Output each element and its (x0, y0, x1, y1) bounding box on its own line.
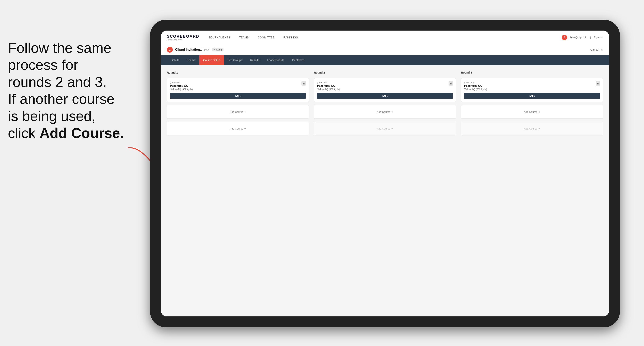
round-2-course-detail: Yellow (M) (6629 yds) (317, 88, 340, 91)
round-3-add-course-2: Add Course+ (461, 122, 603, 136)
round-2-add-course-1[interactable]: Add Course+ (314, 105, 456, 119)
round-3-edit-button[interactable]: Edit (464, 93, 600, 99)
sign-out-link[interactable]: Sign out (594, 36, 603, 39)
round-1-course-info: (Course A) Peachtree GC Yellow (M) (6629… (170, 81, 193, 91)
round-3-label: Round 3 (461, 71, 603, 74)
instruction-text: Follow the same process for rounds 2 and… (0, 31, 138, 150)
round-2-card-header: (Course A) Peachtree GC Yellow (M) (6629… (317, 81, 453, 91)
round-1-label: Round 1 (167, 71, 309, 74)
nav-links: TOURNAMENTS TEAMS COMMITTEE RANKINGS (207, 35, 562, 40)
round-2-course-name: Peachtree GC (317, 84, 340, 87)
rounds-grid: Round 1 (Course A) Peachtree GC Yellow (… (167, 71, 603, 136)
round-2-column: Round 2 (Course A) Peachtree GC Yellow (… (314, 71, 456, 136)
sub-header: C Clippd Invitational (Men) Hosting Canc… (161, 44, 609, 55)
tablet-screen: SCOREBOARD Powered by clippd TOURNAMENTS… (161, 30, 609, 317)
nav-committee[interactable]: COMMITTEE (256, 35, 276, 40)
round-3-course-info: (Course A) Peachtree GC Yellow (M) (6629… (464, 81, 487, 91)
round-3-course-detail: Yellow (M) (6629 yds) (464, 88, 487, 91)
top-nav: SCOREBOARD Powered by clippd TOURNAMENTS… (161, 30, 609, 44)
round-1-edit-button[interactable]: Edit (170, 93, 306, 99)
tablet-frame: SCOREBOARD Powered by clippd TOURNAMENTS… (150, 20, 620, 327)
round-1-add-course-2-label: Add Course+ (230, 127, 246, 130)
tab-teams[interactable]: Teams (183, 55, 199, 65)
hosting-badge: Hosting (212, 48, 224, 51)
tournament-logo-icon: C (167, 47, 173, 53)
round-2-add-course-2-label: Add Course+ (377, 127, 393, 130)
tournament-name: Clippd Invitational (175, 48, 202, 51)
cancel-x-icon: ✕ (601, 48, 603, 51)
tab-details[interactable]: Details (167, 55, 183, 65)
tab-printables[interactable]: Printables (288, 55, 308, 65)
round-3-course-label: (Course A) (464, 81, 487, 84)
tab-tee-groups[interactable]: Tee Groups (224, 55, 246, 65)
round-1-add-course-2[interactable]: Add Course+ (167, 122, 309, 136)
tab-bar: Details Teams Course Setup Tee Groups Re… (161, 55, 609, 65)
separator: | (590, 36, 591, 39)
user-email: blair@clippd.io (570, 36, 587, 39)
app-logo-sub: Powered by clippd (167, 39, 199, 41)
round-2-add-course-2: Add Course+ (314, 122, 456, 136)
user-avatar: B (562, 35, 567, 40)
cancel-button[interactable]: Cancel ✕ (590, 48, 603, 51)
round-3-add-course-2-label: Add Course+ (524, 127, 540, 130)
round-1-course-label: (Course A) (170, 81, 193, 84)
round-3-add-course-1-label: Add Course+ (524, 110, 540, 114)
round-2-course-label: (Course A) (317, 81, 340, 84)
logo-area: SCOREBOARD Powered by clippd (167, 34, 199, 41)
nav-rankings[interactable]: RANKINGS (282, 35, 300, 40)
tournament-type: (Men) (204, 48, 210, 51)
round-3-delete-button[interactable]: ⊟ (596, 81, 600, 86)
nav-teams[interactable]: TEAMS (238, 35, 250, 40)
round-1-card-header: (Course A) Peachtree GC Yellow (M) (6629… (170, 81, 306, 91)
round-2-course-info: (Course A) Peachtree GC Yellow (M) (6629… (317, 81, 340, 91)
nav-tournaments[interactable]: TOURNAMENTS (207, 35, 232, 40)
round-3-column: Round 3 (Course A) Peachtree GC Yellow (… (461, 71, 603, 136)
tab-results[interactable]: Results (246, 55, 263, 65)
round-1-course-card: (Course A) Peachtree GC Yellow (M) (6629… (167, 78, 309, 102)
round-2-edit-button[interactable]: Edit (317, 93, 453, 99)
round-2-delete-button[interactable]: ⊟ (448, 81, 453, 86)
round-1-delete-button[interactable]: ⊟ (302, 81, 306, 86)
round-3-course-card: (Course A) Peachtree GC Yellow (M) (6629… (461, 78, 603, 102)
main-content: Round 1 (Course A) Peachtree GC Yellow (… (161, 65, 609, 317)
round-1-course-name: Peachtree GC (170, 84, 193, 87)
round-2-course-card: (Course A) Peachtree GC Yellow (M) (6629… (314, 78, 456, 102)
round-1-course-detail: Yellow (M) (6629 yds) (170, 88, 193, 91)
round-3-add-course-1[interactable]: Add Course+ (461, 105, 603, 119)
app-logo: SCOREBOARD (167, 34, 199, 39)
nav-right: B blair@clippd.io | Sign out (562, 35, 603, 40)
round-3-card-header: (Course A) Peachtree GC Yellow (M) (6629… (464, 81, 600, 91)
round-1-add-course-1[interactable]: Add Course+ (167, 105, 309, 119)
tab-leaderboards[interactable]: Leaderboards (263, 55, 288, 65)
round-1-column: Round 1 (Course A) Peachtree GC Yellow (… (167, 71, 309, 136)
round-3-course-name: Peachtree GC (464, 84, 487, 87)
tab-course-setup[interactable]: Course Setup (199, 55, 224, 65)
round-2-label: Round 2 (314, 71, 456, 74)
round-2-add-course-1-label: Add Course+ (377, 110, 393, 114)
round-1-add-course-1-label: Add Course+ (230, 110, 246, 114)
